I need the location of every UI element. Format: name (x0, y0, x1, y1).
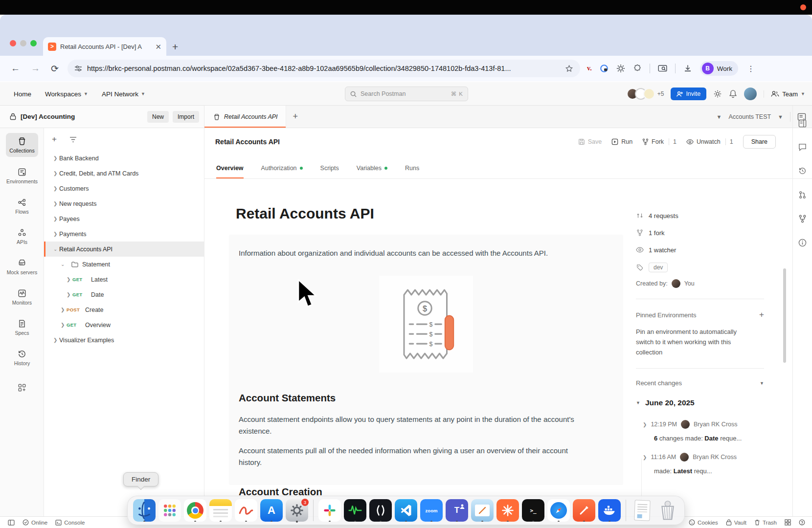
chevron-down-icon[interactable]: ▼ (778, 114, 783, 120)
downloads-file-icon[interactable] (631, 499, 654, 522)
pen-tool-icon[interactable] (573, 499, 595, 522)
browser-tab[interactable]: > Retail Accounts API - [Dev] A ✕ (43, 37, 166, 56)
url-text[interactable]: https://brkc-personal.postman.co/workspa… (87, 65, 565, 72)
extension-gear-icon[interactable] (616, 64, 625, 73)
tab-overflow-chevron-icon[interactable]: ▼ (717, 114, 722, 120)
new-button[interactable]: New (147, 111, 169, 123)
pull-requests-icon[interactable] (798, 191, 807, 199)
tree-item-request[interactable]: ❯GETDate (44, 287, 204, 302)
rail-item-monitors[interactable]: Monitors (0, 285, 44, 315)
teams-icon[interactable]: T (446, 499, 468, 522)
add-pinned-environment-button[interactable]: + (759, 310, 764, 320)
user-avatar[interactable] (744, 88, 757, 100)
tab-authorization[interactable]: Authorization (261, 165, 303, 178)
fork-count[interactable]: 1 (669, 138, 677, 145)
workspace-name[interactable]: [Dev] Accounting (21, 113, 75, 120)
tree-item-request[interactable]: ❯GETLatest (44, 272, 204, 287)
nav-home[interactable]: Home (14, 90, 31, 98)
extension-v-icon[interactable]: v. (587, 65, 592, 72)
change-entry[interactable]: ❯ 11:16 AM Bryan RK Cross (636, 453, 779, 462)
tree-item-collection[interactable]: ❯Visualizer Examples (44, 332, 204, 348)
tree-item-collection[interactable]: ❯Credit, Debit, and ATM Cards (44, 166, 204, 181)
runner-button[interactable] (785, 519, 791, 526)
environment-selector[interactable]: Accounts TEST (729, 113, 771, 120)
tree-item-collection[interactable]: ❯Bank Backend (44, 151, 204, 166)
reload-icon[interactable]: ⟳ (51, 63, 59, 74)
tree-item-collection-selected[interactable]: ⌄Retail Accounts API (44, 242, 204, 257)
chrome-icon[interactable] (184, 499, 206, 522)
trash-button[interactable]: Trash (754, 519, 777, 526)
zoom-icon[interactable]: zoom (420, 499, 443, 522)
tag-badge[interactable]: dev (649, 263, 668, 272)
launchpad-icon[interactable] (158, 499, 181, 522)
tab-runs[interactable]: Runs (405, 165, 419, 178)
change-entry[interactable]: ❯ 12:19 PM Bryan RK Cross (636, 420, 779, 429)
watcher-count[interactable]: 1 (725, 138, 733, 145)
downloads-icon[interactable] (683, 64, 692, 73)
app-store-icon[interactable]: A (260, 499, 283, 522)
tree-item-collection[interactable]: ❯Payments (44, 226, 204, 242)
toggle-sidebar-button[interactable] (8, 520, 15, 526)
info-icon[interactable] (798, 239, 807, 247)
notes-icon[interactable] (209, 499, 232, 522)
comments-icon[interactable] (798, 143, 807, 151)
fork-button[interactable]: Fork 1 (642, 138, 677, 145)
system-settings-icon[interactable]: 3 (286, 499, 308, 522)
tab-overview[interactable]: Overview (216, 165, 244, 178)
vscode-icon[interactable] (395, 499, 417, 522)
minimize-window-button[interactable] (20, 40, 26, 46)
address-bar[interactable]: https://brkc-personal.postman.co/workspa… (68, 60, 580, 77)
extension-privacy-icon[interactable] (600, 64, 609, 73)
share-button[interactable]: Share (743, 135, 776, 149)
rail-item-apis[interactable]: APIs (0, 224, 44, 254)
zoom-window-button[interactable] (30, 40, 37, 46)
slack-icon[interactable] (318, 499, 341, 522)
invite-button[interactable]: Invite (671, 88, 706, 100)
changes-date-group[interactable]: ▼ June 20, 2025 (636, 398, 779, 407)
rail-item-environments[interactable]: Environments (0, 163, 44, 194)
run-button[interactable]: Run (611, 138, 632, 145)
rail-item-history[interactable]: History (0, 345, 44, 375)
nav-workspaces[interactable]: Workspaces▼ (45, 90, 88, 98)
collection-tab[interactable]: Retail Accounts API (204, 106, 286, 128)
tree-item-collection[interactable]: ❯Payees (44, 211, 204, 226)
unwatch-button[interactable]: Unwatch 1 (686, 138, 733, 145)
search-input[interactable]: Search Postman ⌘ K (345, 87, 468, 101)
safari-icon[interactable] (547, 499, 570, 522)
tree-item-request[interactable]: ❯POSTCreate (44, 302, 204, 317)
add-icon[interactable]: + (52, 134, 57, 144)
back-icon[interactable]: ← (11, 63, 20, 74)
new-tab-button[interactable]: + (172, 41, 178, 53)
site-settings-icon[interactable] (74, 65, 82, 72)
scrollbar-thumb[interactable] (783, 268, 786, 363)
extensions-puzzle-icon[interactable] (633, 64, 642, 73)
configure-sidebar-icon[interactable] (18, 383, 26, 392)
tab-variables[interactable]: Variables (357, 165, 387, 178)
fork-icon[interactable] (799, 215, 806, 223)
import-button[interactable]: Import (173, 111, 199, 123)
rail-item-flows[interactable]: Flows (0, 194, 44, 224)
team-button[interactable]: Team ▼ (764, 90, 805, 98)
tree-item-collection[interactable]: ❯New requests (44, 196, 204, 211)
browser-menu-icon[interactable]: ⋮ (747, 64, 755, 73)
notifications-bell-icon[interactable] (729, 89, 737, 98)
tree-item-collection[interactable]: ❯Customers (44, 181, 204, 196)
rail-item-specs[interactable]: Specs (0, 315, 44, 345)
rail-item-collections[interactable]: Collections (0, 133, 44, 163)
rail-item-mock-servers[interactable]: Mock servers (0, 254, 44, 285)
online-status[interactable]: Online (23, 519, 47, 526)
screen-search-icon[interactable] (658, 65, 667, 73)
console-button[interactable]: Console (55, 520, 85, 526)
freeform-icon[interactable] (235, 499, 257, 522)
bookmark-star-icon[interactable] (565, 65, 573, 73)
tree-item-folder[interactable]: ⌄Statement (44, 257, 204, 272)
trash-icon[interactable] (656, 499, 679, 522)
vault-button[interactable]: Vault (726, 519, 746, 526)
audio-monitor-icon[interactable] (344, 499, 366, 522)
new-editor-tab-button[interactable]: + (293, 111, 298, 122)
tab-scripts[interactable]: Scripts (320, 165, 339, 178)
browser-profile-button[interactable]: B Work (700, 61, 738, 76)
recent-changes-header[interactable]: Recent changes ▼ (636, 379, 764, 387)
help-button[interactable] (799, 519, 805, 526)
save-button[interactable]: Save (578, 138, 602, 145)
